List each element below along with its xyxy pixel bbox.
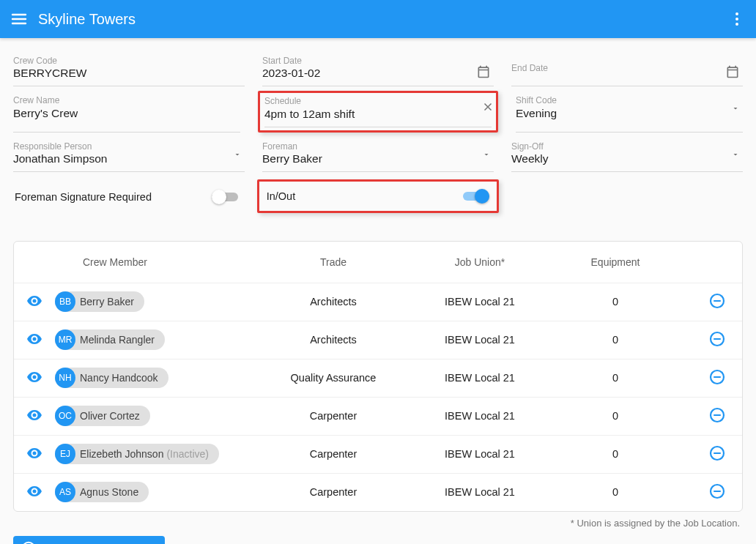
- schedule-value: 4pm to 12am shift: [264, 107, 492, 127]
- remove-icon[interactable]: [708, 406, 726, 426]
- member-name: Melinda Rangler: [80, 334, 155, 346]
- trade-cell: Quality Assurance: [260, 372, 407, 384]
- crew-code-label: Crew Code: [13, 56, 245, 66]
- foreman-signature-toggle-field: Foreman Signature Required: [13, 179, 240, 215]
- visibility-icon[interactable]: [26, 444, 43, 464]
- crew-name-field[interactable]: Crew Name Berry's Crew: [13, 91, 240, 132]
- table-row: BBBerry BakerArchitectsIBEW Local 210: [14, 283, 742, 321]
- svg-point-0: [735, 12, 738, 15]
- menu-icon[interactable]: [10, 10, 28, 28]
- shift-code-value: Evening: [516, 106, 743, 126]
- member-name: Agnus Stone: [80, 486, 138, 498]
- remove-icon[interactable]: [708, 482, 726, 502]
- header-union: Job Union*: [407, 256, 553, 268]
- chevron-down-icon[interactable]: [731, 104, 740, 113]
- start-date-value: 2023-01-02: [262, 66, 494, 86]
- visibility-icon[interactable]: [26, 406, 43, 426]
- equipment-cell: 0: [553, 410, 678, 422]
- schedule-label: Schedule: [264, 96, 492, 106]
- visibility-icon[interactable]: [26, 330, 43, 350]
- visibility-icon[interactable]: [26, 368, 43, 388]
- equipment-cell: 0: [553, 296, 678, 308]
- trade-cell: Architects: [260, 296, 407, 308]
- table-row: NHNancy HandcookQuality AssuranceIBEW Lo…: [14, 359, 742, 397]
- remove-icon[interactable]: [708, 368, 726, 388]
- page-title: Skyline Towers: [38, 11, 728, 28]
- foreman-signature-label: Foreman Signature Required: [15, 191, 212, 203]
- equipment-cell: 0: [553, 448, 678, 460]
- table-row: MRMelinda RanglerArchitectsIBEW Local 21…: [14, 321, 742, 359]
- member-name: Elizebeth Johnson: [80, 448, 163, 460]
- union-cell: IBEW Local 21: [407, 486, 553, 498]
- visibility-icon[interactable]: [26, 482, 43, 502]
- svg-point-1: [735, 18, 738, 21]
- shift-code-field[interactable]: Shift Code Evening: [516, 91, 743, 132]
- union-cell: IBEW Local 21: [407, 448, 553, 460]
- crew-name-value: Berry's Crew: [13, 106, 240, 126]
- responsible-person-label: Responsible Person: [13, 141, 245, 152]
- foreman-field[interactable]: Foreman Berry Baker: [262, 137, 494, 172]
- foreman-signature-toggle[interactable]: [212, 190, 238, 204]
- union-cell: IBEW Local 21: [407, 334, 553, 346]
- union-footnote: * Union is assigned by the Job Location.: [13, 518, 740, 529]
- trade-cell: Carpenter: [260, 448, 407, 460]
- start-date-label: Start Date: [262, 56, 494, 66]
- remove-icon[interactable]: [708, 444, 726, 464]
- member-name: Berry Baker: [80, 296, 134, 308]
- member-chip[interactable]: Elizebeth Johnson(Inactive): [55, 444, 219, 464]
- schedule-field[interactable]: Schedule 4pm to 12am shift: [258, 91, 498, 132]
- union-cell: IBEW Local 21: [407, 372, 553, 384]
- responsible-person-value: Jonathan Simpson: [13, 152, 245, 171]
- more-vert-icon[interactable]: [728, 10, 746, 28]
- trade-cell: Carpenter: [260, 410, 407, 422]
- union-cell: IBEW Local 21: [407, 410, 553, 422]
- chevron-down-icon[interactable]: [731, 150, 740, 159]
- in-out-toggle[interactable]: [463, 189, 489, 204]
- remove-icon[interactable]: [708, 330, 726, 350]
- start-date-field[interactable]: Start Date 2023-01-02: [262, 51, 494, 86]
- app-bar: Skyline Towers: [0, 0, 756, 38]
- inactive-label: (Inactive): [166, 448, 209, 460]
- trade-cell: Carpenter: [260, 486, 407, 498]
- end-date-value: [511, 73, 743, 78]
- plus-circle-icon: [21, 540, 37, 544]
- chevron-down-icon[interactable]: [233, 150, 242, 159]
- foreman-label: Foreman: [262, 141, 494, 152]
- visibility-icon[interactable]: [26, 292, 43, 312]
- table-row: OCOliver CortezCarpenterIBEW Local 210: [14, 397, 742, 435]
- equipment-cell: 0: [553, 372, 678, 384]
- crew-code-field[interactable]: Crew Code BERRYCREW: [13, 51, 245, 86]
- svg-point-2: [735, 23, 738, 26]
- calendar-icon[interactable]: [725, 64, 740, 79]
- add-crew-members-button[interactable]: ADD CREW MEMBERS: [13, 536, 165, 544]
- signoff-field[interactable]: Sign-Off Weekly: [511, 137, 743, 172]
- crew-code-value: BERRYCREW: [13, 66, 245, 86]
- foreman-value: Berry Baker: [262, 152, 494, 171]
- chevron-down-icon[interactable]: [482, 150, 491, 159]
- end-date-field[interactable]: End Date: [511, 51, 743, 86]
- crew-members-table: Crew Member Trade Job Union* Equipment B…: [13, 241, 743, 512]
- equipment-cell: 0: [553, 486, 678, 498]
- responsible-person-field[interactable]: Responsible Person Jonathan Simpson: [13, 137, 245, 172]
- toggle-spacer: [516, 179, 743, 215]
- in-out-toggle-field: In/Out: [257, 179, 500, 213]
- crew-name-label: Crew Name: [13, 95, 240, 105]
- member-name: Nancy Handcook: [80, 372, 158, 384]
- member-name: Oliver Cortez: [80, 410, 140, 422]
- end-date-label: End Date: [511, 63, 743, 73]
- calendar-icon[interactable]: [476, 64, 491, 79]
- table-row: EJElizebeth Johnson(Inactive)CarpenterIB…: [14, 435, 742, 473]
- trade-cell: Architects: [260, 334, 407, 346]
- header-equipment: Equipment: [553, 256, 678, 268]
- content: Crew Code BERRYCREW Start Date 2023-01-0…: [0, 38, 756, 544]
- shift-code-label: Shift Code: [516, 95, 743, 105]
- in-out-label: In/Out: [267, 190, 464, 202]
- remove-icon[interactable]: [708, 292, 726, 312]
- close-icon[interactable]: [481, 100, 494, 113]
- union-cell: IBEW Local 21: [407, 296, 553, 308]
- table-header: Crew Member Trade Job Union* Equipment: [14, 242, 742, 283]
- signoff-value: Weekly: [511, 152, 743, 171]
- signoff-label: Sign-Off: [511, 141, 743, 152]
- header-member: Crew Member: [61, 256, 260, 268]
- table-row: ASAgnus StoneCarpenterIBEW Local 210: [14, 473, 742, 511]
